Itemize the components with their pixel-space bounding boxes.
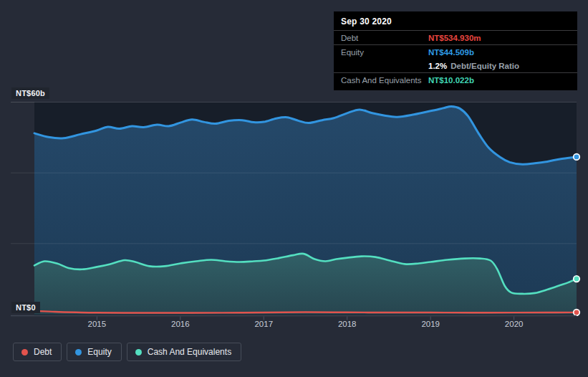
legend-cash-label: Cash And Equivalents <box>148 347 231 357</box>
financial-history-chart-panel: Sep 30 2020 Debt NT$534.930m Equity NT$4… <box>0 0 588 377</box>
debt-equity-cash-area-chart[interactable] <box>11 102 588 320</box>
tooltip-cash-value: NT$10.022b <box>428 76 474 85</box>
legend-item-cash[interactable]: Cash And Equivalents <box>127 343 241 361</box>
x-axis-label-2019: 2019 <box>413 320 448 328</box>
tooltip-row-cash: Cash And Equivalents NT$10.022b <box>334 73 577 87</box>
tooltip-debt-value: NT$534.930m <box>428 34 481 42</box>
x-axis-label-2016: 2016 <box>163 320 198 328</box>
chart-tooltip: Sep 30 2020 Debt NT$534.930m Equity NT$4… <box>334 11 577 90</box>
legend-item-debt[interactable]: Debt <box>13 343 62 361</box>
tooltip-equity-label: Equity <box>341 48 428 57</box>
legend-debt-label: Debt <box>34 347 52 357</box>
tooltip-ratio-value: 1.2% <box>428 62 447 70</box>
tooltip-row-debt: Debt NT$534.930m <box>334 31 577 44</box>
tooltip-row-ratio: 1.2%Debt/Equity Ratio <box>334 59 577 72</box>
x-axis-label-2015: 2015 <box>79 320 114 328</box>
cash-dot-icon <box>135 349 142 355</box>
tooltip-debt-label: Debt <box>341 34 428 42</box>
chart-legend: Debt Equity Cash And Equivalents <box>13 343 241 361</box>
y-axis-zero-label: NT$0 <box>11 302 40 313</box>
x-axis-label-2020: 2020 <box>497 320 531 328</box>
tooltip-row-equity: Equity NT$44.509b <box>334 45 577 59</box>
tooltip-cash-label: Cash And Equivalents <box>341 76 428 85</box>
equity-dot-icon <box>75 349 82 355</box>
x-axis-label-2018: 2018 <box>330 320 365 328</box>
legend-item-equity[interactable]: Equity <box>67 343 121 361</box>
debt-dot-icon <box>21 349 28 355</box>
y-axis-max-label: NT$60b <box>11 87 49 99</box>
tooltip-equity-value: NT$44.509b <box>428 48 474 57</box>
tooltip-ratio-caption: Debt/Equity Ratio <box>450 62 519 70</box>
x-axis-label-2017: 2017 <box>246 320 281 328</box>
legend-equity-label: Equity <box>87 347 111 357</box>
tooltip-date: Sep 30 2020 <box>334 11 577 30</box>
